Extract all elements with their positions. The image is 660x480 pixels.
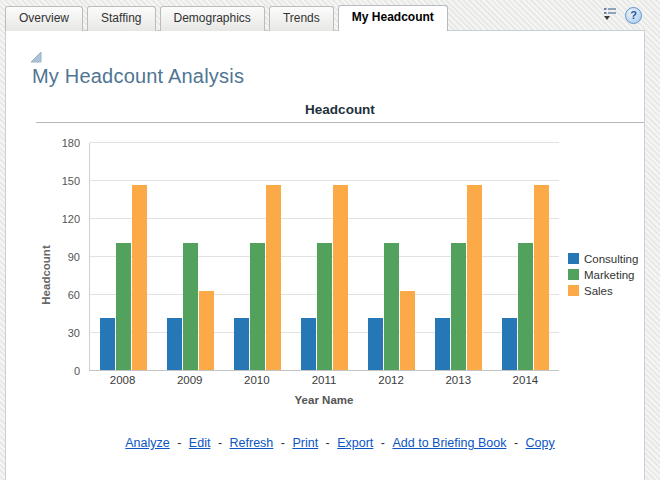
x-tick-label: 2012 bbox=[358, 374, 425, 386]
x-axis-title: Year Name bbox=[89, 394, 559, 406]
bar-chart: Headcount 0306090120150180 2008200920102… bbox=[36, 143, 644, 406]
bar-sales-2013[interactable] bbox=[467, 185, 482, 370]
bar-marketing-2012[interactable] bbox=[384, 243, 399, 370]
bar-sales-2014[interactable] bbox=[534, 185, 549, 370]
y-axis-ticks: 0306090120150180 bbox=[56, 143, 89, 371]
tab-staffing[interactable]: Staffing bbox=[87, 6, 155, 31]
y-tick-label: 180 bbox=[62, 137, 80, 149]
bar-consulting-2010[interactable] bbox=[234, 318, 249, 370]
bar-marketing-2008[interactable] bbox=[116, 243, 131, 370]
legend-label: Marketing bbox=[584, 269, 635, 281]
tab-trends[interactable]: Trends bbox=[269, 6, 334, 31]
legend-item-marketing: Marketing bbox=[568, 269, 638, 281]
bar-sales-2009[interactable] bbox=[199, 291, 214, 370]
x-axis-ticks: 2008200920102011201220132014 bbox=[89, 374, 559, 386]
bar-consulting-2012[interactable] bbox=[368, 318, 383, 370]
bar-marketing-2009[interactable] bbox=[183, 243, 198, 370]
bar-group-2014 bbox=[492, 143, 559, 370]
legend-swatch bbox=[568, 253, 579, 264]
bar-marketing-2014[interactable] bbox=[518, 243, 533, 370]
legend-swatch bbox=[568, 269, 579, 280]
y-axis-title: Headcount bbox=[40, 245, 52, 304]
bar-consulting-2014[interactable] bbox=[502, 318, 517, 370]
plot-area bbox=[89, 143, 559, 371]
link-refresh[interactable]: Refresh bbox=[230, 436, 274, 450]
bar-sales-2008[interactable] bbox=[132, 185, 147, 370]
page-options-icon[interactable] bbox=[602, 5, 618, 25]
headcount-report: Headcount Headcount 0306090120150180 200… bbox=[36, 102, 644, 450]
y-tick-label: 0 bbox=[74, 365, 80, 377]
x-tick-label: 2011 bbox=[290, 374, 357, 386]
bar-consulting-2013[interactable] bbox=[435, 318, 450, 370]
legend-item-consulting: Consulting bbox=[568, 253, 638, 265]
tab-my-headcount[interactable]: My Headcount bbox=[338, 5, 448, 31]
bar-sales-2012[interactable] bbox=[400, 291, 415, 370]
bar-group-2011 bbox=[291, 143, 358, 370]
collapse-triangle-icon[interactable] bbox=[30, 49, 42, 61]
link-separator: - bbox=[318, 436, 337, 450]
y-tick-label: 150 bbox=[62, 175, 80, 187]
bar-group-2009 bbox=[157, 143, 224, 370]
dashboard-content-panel: My Headcount Analysis Headcount Headcoun… bbox=[5, 30, 645, 480]
legend-label: Consulting bbox=[584, 253, 638, 265]
legend-swatch bbox=[568, 285, 579, 296]
bar-marketing-2011[interactable] bbox=[317, 243, 332, 370]
page-title: My Headcount Analysis bbox=[32, 65, 644, 88]
chart-title: Headcount bbox=[36, 102, 644, 122]
title-divider bbox=[36, 122, 644, 123]
link-separator: - bbox=[210, 436, 229, 450]
bar-consulting-2011[interactable] bbox=[301, 318, 316, 370]
bar-group-2012 bbox=[358, 143, 425, 370]
y-tick-label: 120 bbox=[62, 213, 80, 225]
dashboard-tab-bar: OverviewStaffingDemographicsTrendsMy Hea… bbox=[5, 5, 645, 31]
x-tick-label: 2013 bbox=[425, 374, 492, 386]
bar-sales-2011[interactable] bbox=[333, 185, 348, 370]
x-tick-label: 2008 bbox=[89, 374, 156, 386]
y-tick-label: 30 bbox=[68, 327, 80, 339]
y-tick-label: 60 bbox=[68, 289, 80, 301]
link-analyze[interactable]: Analyze bbox=[125, 436, 169, 450]
bar-consulting-2008[interactable] bbox=[100, 318, 115, 370]
report-action-links: Analyze - Edit - Refresh - Print - Expor… bbox=[36, 436, 644, 450]
x-tick-label: 2009 bbox=[156, 374, 223, 386]
link-separator: - bbox=[170, 436, 189, 450]
bar-sales-2010[interactable] bbox=[266, 185, 281, 370]
x-tick-label: 2010 bbox=[223, 374, 290, 386]
link-separator: - bbox=[273, 436, 292, 450]
chart-legend: ConsultingMarketingSales bbox=[568, 253, 638, 297]
link-separator: - bbox=[506, 436, 525, 450]
bar-consulting-2009[interactable] bbox=[167, 318, 182, 370]
link-copy[interactable]: Copy bbox=[526, 436, 555, 450]
bar-group-2010 bbox=[224, 143, 291, 370]
link-print[interactable]: Print bbox=[292, 436, 318, 450]
link-separator: - bbox=[373, 436, 392, 450]
legend-label: Sales bbox=[584, 285, 613, 297]
bar-group-2008 bbox=[90, 143, 157, 370]
bar-marketing-2010[interactable] bbox=[250, 243, 265, 370]
link-add-to-briefing-book[interactable]: Add to Briefing Book bbox=[392, 436, 506, 450]
link-edit[interactable]: Edit bbox=[189, 436, 211, 450]
bar-marketing-2013[interactable] bbox=[451, 243, 466, 370]
tab-overview[interactable]: Overview bbox=[5, 6, 83, 31]
y-tick-label: 90 bbox=[68, 251, 80, 263]
help-icon[interactable]: ? bbox=[625, 7, 642, 24]
bar-group-2013 bbox=[425, 143, 492, 370]
link-export[interactable]: Export bbox=[337, 436, 373, 450]
tab-demographics[interactable]: Demographics bbox=[160, 6, 265, 31]
x-tick-label: 2014 bbox=[492, 374, 559, 386]
legend-item-sales: Sales bbox=[568, 285, 638, 297]
page-toolbar: ? bbox=[602, 5, 642, 25]
